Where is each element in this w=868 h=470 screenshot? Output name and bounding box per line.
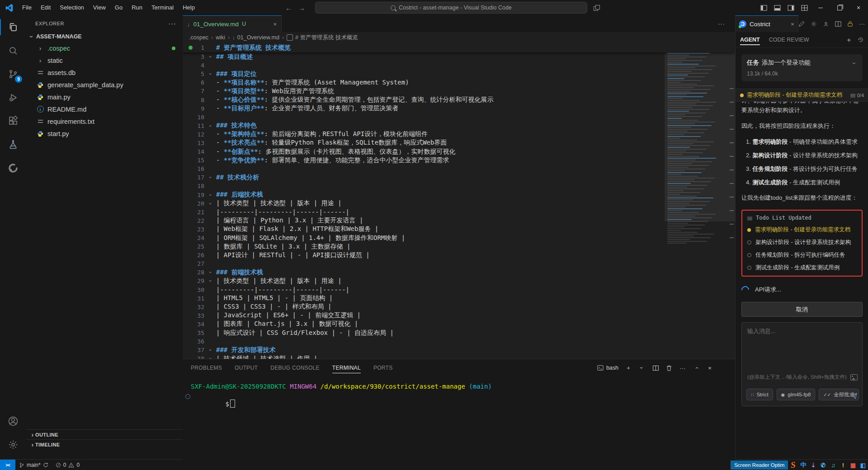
fold-icon[interactable]: › <box>204 201 216 207</box>
agent-message-body[interactable]: 登录功能涉及用户认证、会话管理、数据库设计、前端界面等多个方面，属于复杂需求，需… <box>736 102 868 406</box>
search-sidebar-icon[interactable] <box>0 39 26 62</box>
fold-icon[interactable]: › <box>204 71 216 77</box>
git-branch-item[interactable]: main* <box>15 460 52 470</box>
kill-terminal-icon[interactable] <box>665 364 673 371</box>
source-control-icon[interactable]: 9 <box>0 62 26 86</box>
menu-file[interactable]: File <box>18 2 36 13</box>
timeline-section[interactable]: › TIMELINE <box>26 439 183 449</box>
todo-item[interactable]: 架构设计阶段 - 设计登录系统技术架构 <box>747 239 857 246</box>
fold-icon[interactable]: › <box>204 269 216 275</box>
fold-icon[interactable]: › <box>204 347 216 353</box>
strict-mode-chip[interactable]: ∷Strict <box>746 389 773 400</box>
tree-item-start-py[interactable]: start.py <box>26 127 183 140</box>
shell-selector[interactable]: bash <box>597 365 618 371</box>
ime-icon[interactable]: 中 <box>798 461 808 469</box>
attach-image-icon[interactable] <box>850 374 858 381</box>
fold-icon[interactable]: › <box>204 192 216 198</box>
todo-item[interactable]: 任务规划阶段 - 拆分可执行编码任务 <box>747 251 857 259</box>
current-todo-header[interactable]: 需求明确阶段 - 创建登录功能需求文档 0/4 <box>736 89 868 102</box>
terminal-dropdown-icon[interactable]: › <box>638 364 646 371</box>
split-window-icon[interactable] <box>594 5 599 10</box>
panel-tab-problems[interactable]: PROBLEMS <box>191 359 222 376</box>
fold-icon[interactable]: › <box>204 123 216 129</box>
history-icon[interactable] <box>858 37 864 43</box>
customize-layout-icon[interactable] <box>797 0 811 15</box>
call-icon[interactable]: ✆ <box>818 462 828 469</box>
menu-go[interactable]: Go <box>110 2 127 13</box>
add-icon[interactable]: ＋ <box>845 36 852 44</box>
command-decoration[interactable] <box>185 394 190 399</box>
minimize-button[interactable] <box>811 0 830 15</box>
tab-close-icon[interactable]: × <box>273 21 277 28</box>
toggle-sidebar-icon[interactable] <box>757 0 770 15</box>
breadcrumb-item[interactable]: .cospec <box>189 34 208 41</box>
screen-reader-item[interactable]: Screen Reader Optim <box>731 461 788 470</box>
testing-icon[interactable] <box>0 133 26 156</box>
editor-more-actions-icon[interactable]: ··· <box>718 20 725 27</box>
tree-item--cospec[interactable]: ›.cospec <box>26 42 183 54</box>
message-input[interactable]: 输入消息... (@添加上下文，/输入命令, Shift+拖拽文件) ∷Stri… <box>741 322 863 406</box>
menu-help[interactable]: Help <box>178 2 199 13</box>
terminal-more-icon[interactable]: ··· <box>679 364 686 371</box>
breadcrumb-item[interactable]: wiki <box>216 34 225 41</box>
layout-icon[interactable]: ◧ <box>858 462 868 469</box>
run-debug-icon[interactable] <box>0 86 26 109</box>
code-area[interactable]: 1# 资产管理系统 技术概览 3›## 项目概述45›### 项目定位6- **… <box>183 43 735 359</box>
menu-run[interactable]: Run <box>127 2 147 13</box>
model-selector-chip[interactable]: ◉glm45-fp8 <box>777 389 816 400</box>
layout-columns-icon[interactable] <box>835 21 841 27</box>
tree-item-main-py[interactable]: main.py <box>26 91 183 103</box>
new-terminal-icon[interactable]: ＋ <box>625 364 632 371</box>
breadcrumb-item[interactable]: ↓01_Overview.md <box>232 34 279 41</box>
accounts-icon[interactable] <box>0 409 26 433</box>
terminal-body[interactable]: SXF-Admin@SK-20250928DKTC MINGW64 /d/wor… <box>183 376 735 402</box>
panel-tab-terminal[interactable]: TERMINAL <box>332 359 361 376</box>
toggle-secondary-sidebar-icon[interactable] <box>784 0 797 15</box>
tab-agent[interactable]: AGENT <box>740 32 760 47</box>
fold-icon[interactable]: › <box>204 356 216 359</box>
sticky-scroll-line[interactable]: 1# 资产管理系统 技术概览 <box>183 43 735 52</box>
tree-item-requirements-txt[interactable]: requirements.txt <box>26 115 183 127</box>
audio-icon[interactable]: ♫ <box>828 462 838 469</box>
todo-item[interactable]: 需求明确阶段 - 创建登录功能需求文档 <box>747 226 857 234</box>
cancel-button[interactable]: 取消 <box>741 302 863 317</box>
task-card[interactable]: 任务添加一个登录功能 13.1k / 64.0k › <box>741 54 863 81</box>
extensions-icon[interactable] <box>0 109 26 133</box>
costrict-tab[interactable]: Ɔ Costrict × <box>736 15 798 32</box>
menu-selection[interactable]: Selection <box>55 2 88 13</box>
lock-icon[interactable] <box>847 21 853 27</box>
split-terminal-icon[interactable] <box>652 364 659 371</box>
breadcrumb-item[interactable]: # 资产管理系统 技术概览 <box>287 34 358 42</box>
explorer-more-icon[interactable]: ··· <box>169 20 176 27</box>
settings-gear-icon[interactable] <box>0 433 26 456</box>
menu-edit[interactable]: Edit <box>36 2 55 13</box>
grid-icon[interactable]: ▦ <box>848 462 858 469</box>
maximize-panel-icon[interactable]: › <box>693 364 700 371</box>
tree-item-generate-sample-data-py[interactable]: generate_sample_data.py <box>26 79 183 91</box>
costrict-status-logo[interactable]: S <box>790 460 796 470</box>
explorer-icon[interactable] <box>0 15 26 39</box>
tree-item-readme-md[interactable]: iREADME.md <box>26 103 183 115</box>
panel-more-icon[interactable]: ··· <box>859 20 865 27</box>
account-icon[interactable] <box>823 21 829 27</box>
panel-tab-output[interactable]: OUTPUT <box>235 359 258 376</box>
new-task-icon[interactable] <box>798 21 805 27</box>
toggle-panel-icon[interactable] <box>770 0 784 15</box>
project-root-row[interactable]: › ASSET-MANAGE <box>26 31 183 42</box>
panel-tab-ports[interactable]: PORTS <box>373 359 393 376</box>
send-icon[interactable] <box>850 392 858 400</box>
costrict-tab-close-icon[interactable]: × <box>791 21 794 28</box>
fold-icon[interactable]: › <box>204 174 216 180</box>
tree-item-static[interactable]: ›static <box>26 54 183 66</box>
menu-terminal[interactable]: Terminal <box>147 2 178 13</box>
fold-icon[interactable]: › <box>204 54 216 60</box>
todo-item[interactable]: 测试生成阶段 - 生成配套测试用例 <box>747 264 857 272</box>
fold-icon[interactable]: › <box>204 278 216 284</box>
nav-forward-icon[interactable]: → <box>298 4 305 12</box>
settings-icon[interactable] <box>811 21 817 27</box>
remote-indicator[interactable]: >< <box>0 460 15 470</box>
costrict-sidebar-icon[interactable] <box>0 156 26 180</box>
outline-section[interactable]: › OUTLINE <box>26 429 183 439</box>
task-expand-icon[interactable]: › <box>851 61 858 66</box>
alert-icon[interactable]: ! <box>838 462 848 469</box>
